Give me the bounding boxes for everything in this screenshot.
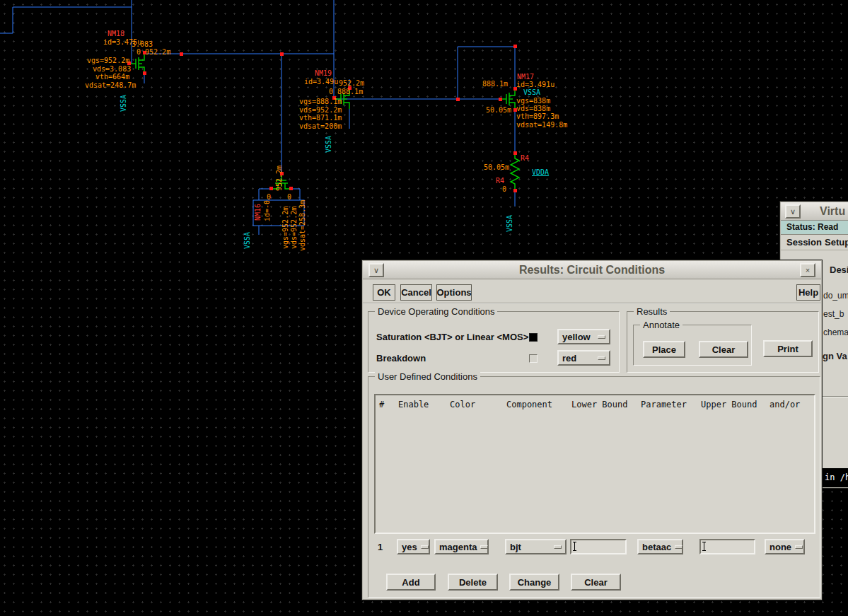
dropdown-value: magenta [439, 542, 477, 552]
group-label: User Defined Conditions [375, 371, 480, 382]
dropdown-value: none [769, 542, 791, 552]
saturation-checkbox[interactable] [529, 333, 538, 342]
schematic-annotation: vdsat=248.7m [85, 81, 136, 89]
group-label: Annotate [640, 320, 683, 330]
group-label: Device Operating Conditions [375, 306, 497, 317]
schematic-annotation: VSSA [243, 232, 251, 249]
cancel-button[interactable]: Cancel [400, 284, 432, 301]
schematic-annotation: vgs=952.2m [87, 57, 129, 64]
place-button[interactable]: Place [643, 341, 685, 358]
change-button[interactable]: Change [509, 574, 559, 591]
schematic-annotation: vds=3.083 [93, 65, 131, 73]
schematic-annotation: NM18 [108, 30, 124, 37]
option-menu-icon [795, 545, 803, 549]
upper-bound-input[interactable] [699, 539, 755, 554]
schematic-annotation: id=3.49u [304, 78, 338, 86]
option-menu-icon [598, 356, 605, 360]
menu-session[interactable]: Session [786, 237, 822, 248]
lower-bound-input[interactable] [570, 539, 627, 554]
side-window-titlebar: ∨ Virtu [781, 202, 848, 221]
schematic-annotation: VSSA [120, 95, 127, 112]
dropdown-value: yellow [562, 332, 591, 342]
schematic-annotation: vgs=838m [516, 97, 550, 105]
user-conditions-group: User Defined Conditions # Enable Color C… [368, 376, 820, 598]
schematic-annotation: R4 [521, 154, 529, 162]
schematic-annotation: VSSA [506, 215, 513, 232]
schematic-annotation: id=3.491u [516, 81, 554, 88]
schematic-annotation: vth=897.3m [516, 112, 559, 120]
option-menu-icon [480, 545, 488, 549]
dialog-title: Results: Circuit Conditions [363, 264, 821, 277]
menu-setup[interactable]: Setup [825, 237, 848, 248]
results-group: Results Annotate Place Clear Print [627, 311, 819, 373]
status-bar: Status: Read [781, 221, 848, 235]
col-header-parameter: Parameter [641, 400, 687, 409]
col-header-color: Color [450, 400, 475, 409]
ok-button[interactable]: OK [373, 284, 395, 301]
divider [363, 303, 821, 304]
schematic-annotation: vds=838m [516, 105, 550, 112]
collapse-chevron-icon[interactable]: ∨ [785, 204, 801, 219]
option-menu-icon [554, 545, 562, 549]
close-icon[interactable]: × [800, 263, 815, 277]
clear-annotate-button[interactable]: Clear [699, 341, 748, 358]
schematic-annotation: 952.2m [275, 165, 283, 191]
side-window-title: Virtu [820, 205, 848, 218]
print-button[interactable]: Print [763, 340, 813, 357]
schematic-annotation: 888.1m [482, 80, 508, 88]
col-header-enable: Enable [398, 400, 429, 409]
group-label: Results [634, 306, 670, 317]
option-menu-icon [598, 335, 605, 339]
component-dropdown[interactable]: bjt [505, 539, 567, 554]
strip-item[interactable]: est_b [823, 309, 844, 319]
option-menu-icon [421, 545, 429, 549]
breakdown-checkbox[interactable] [529, 354, 538, 363]
schematic-annotation: vgs=888.1m [299, 98, 342, 105]
clear-button[interactable]: Clear [571, 574, 621, 591]
delete-button[interactable]: Delete [448, 574, 498, 591]
andor-dropdown[interactable]: none [765, 539, 805, 554]
conditions-list[interactable]: # Enable Color Component Lower Bound Par… [374, 394, 815, 534]
schematic-annotation: 0 888.1m [329, 88, 363, 95]
schematic-annotation: vgs=952.2m [281, 207, 289, 249]
options-button[interactable]: Options [436, 284, 472, 301]
help-button[interactable]: Help [796, 284, 820, 301]
breakdown-color-dropdown[interactable]: red [557, 350, 610, 366]
entry-index: 1 [378, 542, 383, 552]
schematic-annotation: vds=952.2m [299, 106, 342, 114]
col-header-lower-bound: Lower Bound [571, 400, 627, 409]
dropdown-value: betaac [642, 542, 671, 552]
col-header-index: # [379, 400, 384, 409]
schematic-annotation: id=-0 [263, 200, 271, 221]
divider [823, 396, 848, 397]
schematic-annotation: vdsat=149.8m [516, 121, 567, 129]
breakdown-label: Breakdown [376, 353, 426, 364]
wire [0, 0, 515, 235]
dialog-titlebar: ∨ Results: Circuit Conditions × [363, 261, 821, 279]
schematic-annotation: 952.2m [339, 79, 364, 87]
schematic-annotation: 50.05m [484, 163, 509, 171]
schematic-annotation: 3.083 [132, 40, 153, 48]
strip-item[interactable]: do_um [823, 291, 848, 301]
add-button[interactable]: Add [386, 574, 436, 591]
text-caret [574, 542, 575, 551]
enable-dropdown[interactable]: yes [397, 539, 430, 554]
console-strip: in /ho [823, 468, 848, 487]
schematic-annotation: VSSA [325, 136, 332, 153]
schematic-annotation: NM19 [315, 69, 332, 77]
parameter-dropdown[interactable]: betaac [637, 539, 683, 554]
strip-item: Desig [830, 265, 848, 275]
schematic-annotation: 0 [287, 193, 291, 201]
strip-item[interactable]: chema [823, 327, 848, 337]
schematic-annotation: vdsat=258.3m [298, 200, 306, 251]
col-header-component: Component [506, 400, 552, 409]
schematic-annotation: NM16 [254, 204, 262, 221]
saturation-color-dropdown[interactable]: yellow [557, 329, 610, 344]
schematic-annotation: R4 [496, 177, 504, 185]
option-menu-icon [675, 545, 683, 549]
schematic-annotation: vth=871.1m [299, 114, 342, 122]
schematic-annotation: NM17 [517, 73, 534, 81]
annotate-group: Annotate Place Clear [633, 325, 752, 366]
color-dropdown[interactable]: magenta [434, 539, 489, 554]
device-conditions-group: Device Operating Conditions Saturation <… [368, 311, 620, 373]
